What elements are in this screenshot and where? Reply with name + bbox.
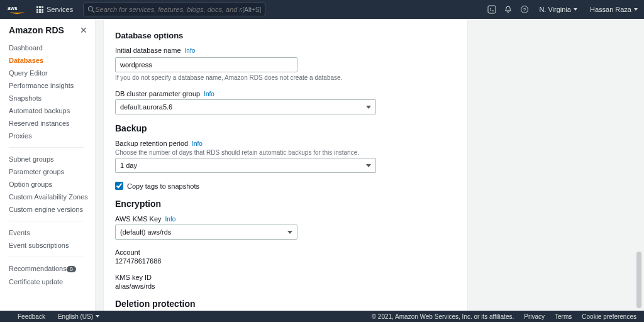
search-shortcut: [Alt+S] <box>242 6 261 13</box>
support-icon[interactable]: ? <box>516 5 533 14</box>
svg-text:?: ? <box>523 7 526 13</box>
sidenav-item-option-groups[interactable]: Option groups <box>9 178 95 191</box>
sidenav-group-c: EventsEvent subscriptions <box>9 226 95 252</box>
scrollbar[interactable] <box>635 19 641 311</box>
chevron-down-icon <box>574 8 577 11</box>
notifications-icon[interactable] <box>500 5 516 14</box>
sidenav-item-subnet-groups[interactable]: Subnet groups <box>9 153 95 165</box>
retention-help: Choose the number of days that RDS shoul… <box>115 149 456 156</box>
search-icon <box>87 6 95 13</box>
initial-db-name-input[interactable] <box>115 57 297 72</box>
initial-db-help: If you do not specify a database name, A… <box>115 74 456 81</box>
sidenav-item-custom-engine-versions[interactable]: Custom engine versions <box>9 203 95 216</box>
sidenav-item-query-editor[interactable]: Query Editor <box>9 67 95 79</box>
account-label: Account <box>115 248 456 256</box>
sidenav-item-event-subscriptions[interactable]: Event subscriptions <box>9 239 95 252</box>
sidenav-item-proxies[interactable]: Proxies <box>9 130 95 142</box>
feedback-link[interactable]: Feedback <box>18 313 45 320</box>
info-link[interactable]: Info <box>165 216 176 223</box>
retention-select[interactable]: 1 day <box>115 158 376 173</box>
chevron-down-icon <box>96 315 99 318</box>
sidenav-item-parameter-groups[interactable]: Parameter groups <box>9 165 95 178</box>
region-selector[interactable]: N. Virginia <box>533 6 584 13</box>
account-value: 127478617688 <box>115 257 456 265</box>
footer-link-terms[interactable]: Terms <box>555 313 572 320</box>
global-search[interactable]: [Alt+S] <box>83 3 265 16</box>
copyright: © 2021, Amazon Web Services, Inc. or its… <box>372 313 514 320</box>
language-selector[interactable]: English (US) <box>58 313 99 320</box>
deletion-heading: Deletion protection <box>115 299 456 309</box>
account-menu[interactable]: Hassan Raza <box>584 6 644 13</box>
sidenav-item-automated-backups[interactable]: Automated backups <box>9 104 95 117</box>
sidenav-item-reserved-instances[interactable]: Reserved instances <box>9 117 95 130</box>
initial-db-label: Initial database name <box>115 47 181 54</box>
services-menu[interactable]: Services <box>31 6 78 13</box>
sidenav-item-databases[interactable]: Databases <box>9 54 95 67</box>
kms-key-select[interactable]: (default) aws/rds <box>115 225 297 240</box>
configuration-panel: Database options Initial database nameIn… <box>103 19 468 311</box>
chevron-down-icon <box>366 106 371 109</box>
info-link[interactable]: Info <box>192 140 203 147</box>
kms-id-value: alias/aws/rds <box>115 282 456 290</box>
search-input[interactable] <box>95 6 242 13</box>
chevron-down-icon <box>366 164 371 167</box>
backup-heading: Backup <box>115 123 456 133</box>
cluster-pg-select[interactable]: default.aurora5.6 <box>115 99 376 114</box>
services-label: Services <box>47 6 73 13</box>
recommendations-badge: 0 <box>67 266 76 272</box>
chevron-down-icon <box>634 8 638 11</box>
sidenav-group-a: DashboardDatabasesQuery EditorPerformanc… <box>9 42 95 142</box>
grid-icon <box>36 6 43 13</box>
sidenav-item-snapshots[interactable]: Snapshots <box>9 92 95 104</box>
footer-links: PrivacyTermsCookie preferences <box>514 313 636 320</box>
cluster-pg-label: DB cluster parameter group <box>115 90 200 97</box>
side-nav: Amazon RDS ✕ DashboardDatabasesQuery Edi… <box>0 19 96 311</box>
retention-label: Backup retention period <box>115 140 188 147</box>
sidenav-item-events[interactable]: Events <box>9 226 95 239</box>
sidenav-title: Amazon RDS <box>9 25 64 35</box>
svg-point-1 <box>89 7 93 11</box>
sidenav-certificate[interactable]: Certificate update <box>9 275 95 288</box>
kms-label: AWS KMS Key <box>115 215 162 223</box>
top-nav: aws Services [Alt+S] ? N. Virginia Hassa… <box>0 0 644 19</box>
footer-link-privacy[interactable]: Privacy <box>524 313 545 320</box>
svg-line-2 <box>92 11 94 13</box>
sidenav-item-custom-availability-zones[interactable]: Custom Availability Zones <box>9 191 95 203</box>
database-options-heading: Database options <box>115 31 456 40</box>
sidenav-item-performance-insights[interactable]: Performance insights <box>9 79 95 92</box>
encryption-heading: Encryption <box>115 199 456 209</box>
sidenav-group-b: Subnet groupsParameter groupsOption grou… <box>9 153 95 216</box>
info-link[interactable]: Info <box>185 47 196 54</box>
kms-id-label: KMS key ID <box>115 274 456 281</box>
main-content: Database options Initial database nameIn… <box>96 19 644 311</box>
info-link[interactable]: Info <box>204 91 214 97</box>
cloudshell-icon[interactable] <box>484 5 500 14</box>
chevron-down-icon <box>287 231 292 234</box>
sidenav-recommendations[interactable]: Recommendations0 <box>9 262 95 275</box>
sidenav-item-dashboard[interactable]: Dashboard <box>9 42 95 54</box>
svg-text:aws: aws <box>8 6 18 11</box>
footer-link-cookie-preferences[interactable]: Cookie preferences <box>582 313 636 320</box>
svg-rect-3 <box>488 6 496 13</box>
aws-logo: aws <box>8 4 26 15</box>
copy-tags-checkbox[interactable]: Copy tags to snapshots <box>115 182 456 190</box>
close-icon[interactable]: ✕ <box>80 25 87 35</box>
footer: Feedback English (US) © 2021, Amazon Web… <box>0 311 644 322</box>
